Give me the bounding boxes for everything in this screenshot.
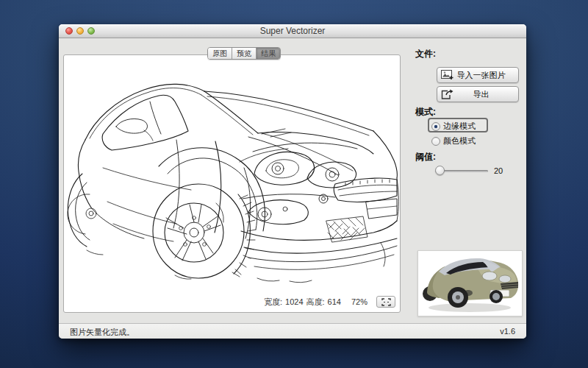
status-bar: 图片矢量化完成。 v1.6 (59, 323, 526, 339)
window-title: Super Vectorizer (59, 24, 526, 38)
width-value: 1024 (285, 297, 303, 306)
threshold-value: 20 (494, 166, 503, 175)
photo-add-icon (441, 70, 454, 80)
status-message: 图片矢量化完成。 (70, 327, 135, 338)
width-label: 宽度: (264, 297, 282, 308)
height-value: 614 (328, 297, 341, 306)
threshold-section-heading: 阈值: (415, 151, 436, 163)
app-window: Super Vectorizer 原图 预览 结果 (59, 24, 526, 339)
export-arrow-icon (441, 89, 454, 99)
file-section-heading: 文件: (415, 48, 436, 60)
tab-preview[interactable]: 预览 (232, 48, 257, 59)
threshold-slider[interactable] (435, 166, 488, 176)
edge-mode-label: 边缘模式 (443, 121, 476, 132)
radio-button-unselected[interactable] (431, 137, 440, 146)
import-button-label: 导入一张图片 (454, 70, 518, 81)
canvas-info: 宽度: 1024 高度: 614 72% (264, 296, 395, 308)
export-button[interactable]: 导出 (437, 86, 519, 102)
height-label: 高度: (306, 297, 325, 308)
radio-color-mode[interactable]: 颜色模式 (431, 135, 476, 146)
tab-result[interactable]: 结果 (257, 48, 280, 59)
mode-section-heading: 模式: (415, 106, 436, 118)
fit-to-window-button[interactable] (376, 296, 395, 308)
fit-to-window-icon (381, 298, 391, 306)
import-image-button[interactable]: 导入一张图片 (437, 67, 519, 83)
slider-knob[interactable] (435, 166, 445, 175)
desktop-background: Super Vectorizer 原图 预览 结果 (0, 0, 588, 368)
original-image-thumbnail (417, 250, 523, 316)
radio-button-selected[interactable] (431, 122, 440, 131)
canvas-panel: 宽度: 1024 高度: 614 72% (63, 54, 401, 313)
original-car-photo (418, 251, 522, 316)
vectorized-car-image (65, 57, 399, 290)
version-label: v1.6 (500, 327, 515, 336)
tab-original[interactable]: 原图 (208, 48, 232, 59)
export-button-label: 导出 (454, 89, 518, 100)
tab-group: 原图 预览 结果 (207, 47, 281, 60)
radio-edge-mode[interactable]: 边缘模式 (431, 121, 476, 132)
color-mode-label: 颜色模式 (443, 135, 476, 146)
zoom-percent: 72% (351, 297, 368, 306)
title-bar[interactable]: Super Vectorizer (59, 24, 526, 38)
